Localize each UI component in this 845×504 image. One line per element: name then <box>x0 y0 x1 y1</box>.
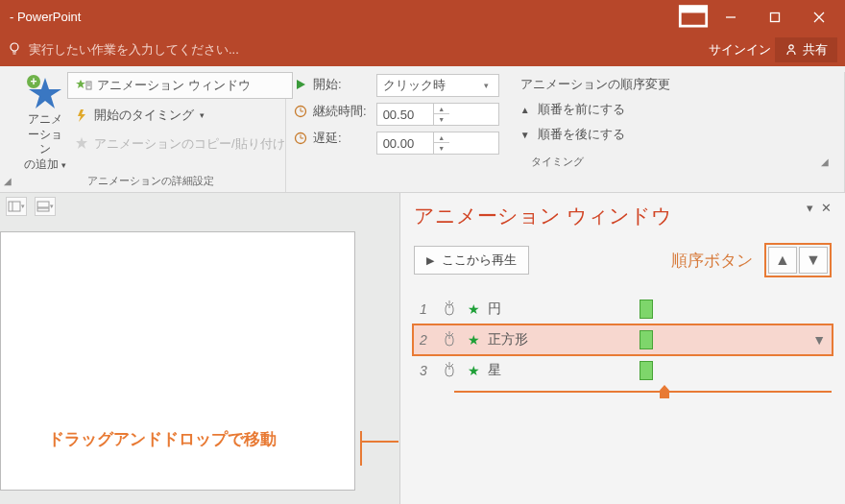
timeline-bar <box>640 300 653 319</box>
delay-field[interactable]: 00.00 ▲▼ <box>376 132 499 155</box>
painter-label: アニメーションのコピー/貼り付け <box>94 135 285 153</box>
animation-pane-label: アニメーション ウィンドウ <box>97 77 251 94</box>
slide[interactable] <box>0 231 355 491</box>
svg-rect-26 <box>9 202 20 211</box>
move-down-button[interactable]: ▼ <box>799 247 828 274</box>
painter-icon <box>75 137 88 151</box>
trigger-button[interactable]: 開始のタイミング ▾ <box>67 103 293 128</box>
start-label: 開始: <box>313 76 342 93</box>
add-animation-icon: + <box>23 76 67 110</box>
annotation-text: ドラッグアンドドロップで移動 <box>48 428 277 450</box>
move-up-button[interactable]: ▲ <box>768 247 797 274</box>
play-from-button[interactable]: ▶ ここから再生 <box>414 246 529 275</box>
animation-pane: ▾ ✕ アニメーション ウィンドウ ▶ ここから再生 順序ボタン ▲ ▼ 1 ★… <box>399 193 845 504</box>
order-buttons-highlight: ▲ ▼ <box>764 243 832 277</box>
star-icon: ★ <box>468 363 480 378</box>
add-animation-label: アニメーションの追加 ▾ <box>23 112 67 172</box>
timeline-track[interactable] <box>454 391 832 393</box>
annotation-arrow <box>360 441 398 443</box>
play-icon <box>294 78 307 91</box>
duration-label: 継続時間: <box>313 103 367 120</box>
close-button[interactable] <box>797 0 841 34</box>
timing-dialog-launcher[interactable]: ◢ <box>821 156 836 173</box>
svg-rect-3 <box>771 12 780 21</box>
play-icon: ▶ <box>426 254 434 267</box>
item-dropdown[interactable]: ▼ <box>812 332 826 348</box>
timeline-bar <box>640 361 653 380</box>
animation-list: 1 ★ 円 2 ★ 正方形 ▼ 3 ★ 星 <box>414 293 832 393</box>
prev-group-launcher[interactable]: ◢ <box>0 176 15 192</box>
pane-menu-button[interactable]: ▾ <box>807 201 813 215</box>
item-number: 3 <box>420 363 439 378</box>
item-name: 正方形 <box>488 331 603 348</box>
svg-marker-18 <box>76 137 87 149</box>
triangle-down-icon: ▼ <box>520 130 530 140</box>
animation-pane-button[interactable]: アニメーション ウィンドウ <box>67 72 293 99</box>
mouse-click-icon <box>443 300 456 319</box>
duration-field[interactable]: 00.50 ▲▼ <box>376 103 499 126</box>
reorder-header: アニメーションの順序変更 <box>520 72 670 97</box>
share-button[interactable]: 共有 <box>775 37 837 62</box>
view-notes-button[interactable]: ▾ <box>35 197 56 216</box>
star-icon: ★ <box>468 332 480 348</box>
delay-row: 遅延: <box>294 130 367 147</box>
item-number: 1 <box>420 301 439 317</box>
trigger-label: 開始のタイミング <box>94 107 194 124</box>
move-later-button[interactable]: ▼順番を後にする <box>520 122 670 147</box>
star-icon: ★ <box>468 301 480 317</box>
spin-up[interactable]: ▲ <box>434 104 449 114</box>
app-title: - PowerPoint <box>10 10 678 24</box>
ribbon: ◢ + アニメーションの追加 ▾ アニメーション ウィンドウ 開始のタイミング … <box>0 66 845 193</box>
pane-close-button[interactable]: ✕ <box>821 201 832 215</box>
spin-up[interactable]: ▲ <box>434 132 449 143</box>
svg-text:+: + <box>30 75 36 88</box>
advanced-group-label: アニメーションの詳細設定 <box>23 174 278 192</box>
start-select[interactable]: クリック時 ▾ <box>376 74 499 97</box>
pane-title: アニメーション ウィンドウ <box>414 203 832 229</box>
svg-point-6 <box>11 43 18 51</box>
title-bar: - PowerPoint <box>0 0 845 34</box>
svg-marker-17 <box>78 109 85 122</box>
spin-down[interactable]: ▼ <box>434 143 449 154</box>
animation-item-selected[interactable]: 2 ★ 正方形 ▼ <box>412 324 833 356</box>
share-label: 共有 <box>803 41 828 59</box>
animation-painter-button: アニメーションのコピー/貼り付け <box>67 132 293 156</box>
add-animation-button[interactable]: + アニメーションの追加 ▾ <box>23 72 67 172</box>
play-label: ここから再生 <box>442 252 517 269</box>
spin-down[interactable]: ▼ <box>434 114 449 125</box>
animation-item[interactable]: 1 ★ 円 <box>414 293 832 325</box>
item-name: 星 <box>488 362 603 379</box>
view-thumbnails-button[interactable]: ▾ <box>6 197 27 216</box>
item-name: 円 <box>488 300 603 318</box>
delay-label: 遅延: <box>313 130 342 147</box>
duration-row: 継続時間: <box>294 103 367 120</box>
clock-icon <box>294 132 307 145</box>
svg-marker-13 <box>76 80 85 88</box>
tellme-bar: 実行したい作業を入力してください... サインイン 共有 <box>0 34 845 66</box>
animation-item[interactable]: 3 ★ 星 <box>414 354 832 387</box>
delay-value: 00.00 <box>377 136 433 151</box>
trigger-icon <box>75 108 88 122</box>
svg-rect-29 <box>37 208 49 211</box>
maximize-button[interactable] <box>753 0 797 34</box>
triangle-up-icon: ▲ <box>520 105 530 115</box>
move-earlier-button[interactable]: ▲順番を前にする <box>520 97 670 122</box>
item-number: 2 <box>420 332 439 348</box>
duration-value: 00.50 <box>377 108 433 122</box>
mouse-click-icon <box>443 331 456 349</box>
minimize-button[interactable] <box>709 0 753 34</box>
svg-rect-28 <box>37 202 49 207</box>
signin-link[interactable]: サインイン <box>709 41 771 59</box>
mouse-click-icon <box>443 362 456 380</box>
svg-marker-19 <box>297 80 305 89</box>
clock-icon <box>294 105 307 118</box>
start-value: クリック時 <box>377 77 477 94</box>
tellme-input[interactable]: 実行したい作業を入力してください... <box>29 41 709 59</box>
timing-group-label: タイミング <box>294 155 821 173</box>
ribbon-display-options[interactable] <box>678 0 709 34</box>
timeline-marker[interactable] <box>660 385 669 398</box>
animation-pane-icon <box>76 79 91 92</box>
order-button-label: 順序ボタン <box>671 250 753 272</box>
start-row: 開始: <box>294 76 367 93</box>
svg-point-9 <box>789 45 793 49</box>
